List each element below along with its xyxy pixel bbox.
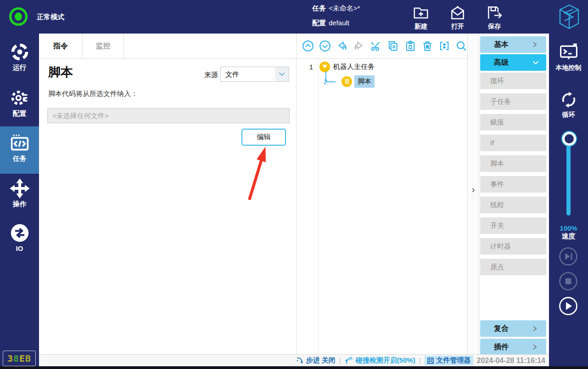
instruction-palette: 基本 高级 循环 子任务 赋值 If 脚本 事件 线程 开关 计时器 原点 复合 xyxy=(479,34,549,354)
task-value: <未命名>* xyxy=(329,4,360,13)
tree-node-label: 机器人主任务 xyxy=(333,62,375,71)
instruction-timer[interactable]: 计时器 xyxy=(480,238,546,255)
loop-mode-button[interactable]: 循环 xyxy=(549,90,588,119)
settings-icon xyxy=(10,88,30,108)
open-task-button[interactable]: 打开 xyxy=(441,4,474,31)
local-control-button[interactable]: 本地控制 xyxy=(549,43,588,72)
terminal-icon xyxy=(559,43,579,63)
task-label: 任务 xyxy=(312,4,329,13)
open-icon xyxy=(449,4,466,22)
tree-row-script[interactable]: 2 脚本 xyxy=(311,74,375,88)
sidebar-item-config[interactable]: 配置 xyxy=(0,88,39,118)
redo-icon[interactable] xyxy=(353,40,365,52)
tree-toolbar xyxy=(297,34,467,59)
top-bar: 正常模式 任务 <未命名>* 配置 default 新建 xyxy=(0,0,588,34)
category-composite[interactable]: 复合 xyxy=(480,320,546,337)
annotation-arrow xyxy=(241,139,278,206)
tree-row-main-task[interactable]: 1 机器人主任务 xyxy=(297,60,375,74)
chevron-right-icon: › xyxy=(468,184,479,195)
file-manager-button[interactable]: 文件管理器 xyxy=(425,356,473,365)
move-up-icon[interactable] xyxy=(302,40,314,52)
loop-icon xyxy=(559,90,579,110)
move-down-icon[interactable] xyxy=(319,40,331,52)
cut-icon[interactable] xyxy=(370,40,382,52)
collision-status[interactable]: 碰撞检测开启(50%) xyxy=(345,356,415,365)
speed-value: 100% xyxy=(549,224,588,232)
task-info: 任务 <未命名>* 配置 default xyxy=(312,4,360,34)
tab-monitor[interactable]: 监控 xyxy=(83,34,124,58)
instruction-assign[interactable]: 赋值 xyxy=(480,114,546,131)
chevron-right-icon xyxy=(532,41,546,48)
stop-button[interactable] xyxy=(559,272,578,291)
sidebar-item-operate[interactable]: 操作 xyxy=(0,178,39,209)
script-hint-text: 脚本代码将从所选文件纳入： xyxy=(48,90,138,98)
tab-instruction[interactable]: 指令 xyxy=(39,34,83,58)
status-light-icon xyxy=(9,7,28,26)
chevron-down-icon xyxy=(532,61,546,65)
instruction-thread[interactable]: 线程 xyxy=(480,197,546,213)
chevron-right-icon xyxy=(532,344,546,350)
instruction-home[interactable]: 原点 xyxy=(480,259,546,275)
category-advanced[interactable]: 高级 xyxy=(480,54,546,71)
search-icon[interactable] xyxy=(455,40,467,52)
script-node-icon[interactable] xyxy=(342,76,352,87)
clock-timestamp: 2024-04-28 11:16:14 xyxy=(477,357,545,365)
brand-logo xyxy=(558,4,580,30)
program-tree-panel: 1 机器人主任务 2 脚本 xyxy=(297,34,468,354)
instruction-if[interactable]: If xyxy=(480,135,546,151)
file-manager-icon xyxy=(427,357,434,364)
io-icon xyxy=(10,223,30,243)
sidebar-item-run[interactable]: 运行 xyxy=(0,42,39,72)
separator: | xyxy=(419,357,421,364)
chevron-right-icon xyxy=(532,325,546,332)
move-arrows-icon xyxy=(10,178,30,199)
copy-icon[interactable] xyxy=(387,40,399,52)
instruction-subtask[interactable]: 子任务 xyxy=(480,93,546,110)
right-control-rail: 本地控制 循环 100% 速度 xyxy=(549,34,588,366)
expanded-node-icon[interactable] xyxy=(319,62,330,72)
file-path-field[interactable]: <未选择任何文件> xyxy=(47,108,290,123)
page-title: 脚本 xyxy=(48,64,73,80)
undo-icon[interactable] xyxy=(336,40,348,52)
paste-icon[interactable] xyxy=(404,40,416,52)
config-value: default xyxy=(329,19,349,28)
new-task-button[interactable]: 新建 xyxy=(404,4,437,31)
instruction-event[interactable]: 事件 xyxy=(480,176,546,193)
speed-slider-track[interactable] xyxy=(566,138,571,216)
collision-icon xyxy=(345,356,353,365)
line-number: 2 xyxy=(311,78,334,85)
window-bottom-edge xyxy=(0,366,588,369)
save-icon xyxy=(486,4,503,22)
task-icon xyxy=(10,133,30,153)
separator: | xyxy=(339,357,341,364)
instruction-switch[interactable]: 开关 xyxy=(480,217,546,234)
tree-node-label-selected: 脚本 xyxy=(354,75,375,88)
insert-icon[interactable] xyxy=(438,40,450,52)
line-number: 1 xyxy=(297,63,319,71)
play-button[interactable] xyxy=(559,296,578,316)
app-window: 正常模式 任务 <未命名>* 配置 default 新建 xyxy=(0,0,588,369)
step-button[interactable] xyxy=(559,247,578,266)
delete-icon[interactable] xyxy=(421,40,433,52)
step-icon xyxy=(296,357,304,364)
save-task-button[interactable]: 保存 xyxy=(478,4,511,31)
source-label: 来源 xyxy=(204,71,218,79)
sidebar-item-io[interactable]: IO xyxy=(0,223,39,252)
tab-bar: 指令 监控 xyxy=(39,34,296,59)
chevron-down-icon xyxy=(275,67,289,81)
speed-label: 速度 xyxy=(549,232,588,241)
line-number-divider xyxy=(318,59,319,354)
mode-label: 正常模式 xyxy=(37,13,64,22)
step-status[interactable]: 步进 关闭 xyxy=(296,356,336,365)
sidebar-item-task[interactable]: 任务 xyxy=(0,126,39,174)
instruction-script[interactable]: 脚本 xyxy=(480,155,546,172)
speed-slider-knob[interactable] xyxy=(562,132,576,146)
category-plugin[interactable]: 插件 xyxy=(480,339,546,355)
panel-expander[interactable]: › xyxy=(468,34,479,354)
source-dropdown[interactable]: 文件 xyxy=(220,67,289,82)
category-basic[interactable]: 基本 xyxy=(480,36,546,53)
instruction-loop[interactable]: 循环 xyxy=(480,73,546,89)
new-icon xyxy=(412,4,430,22)
edit-button[interactable]: 编辑 xyxy=(241,129,286,146)
status-bar: 步进 关闭 | 碰撞检测开启(50%) | 文件管理器 2024-04-28 1… xyxy=(39,354,549,366)
